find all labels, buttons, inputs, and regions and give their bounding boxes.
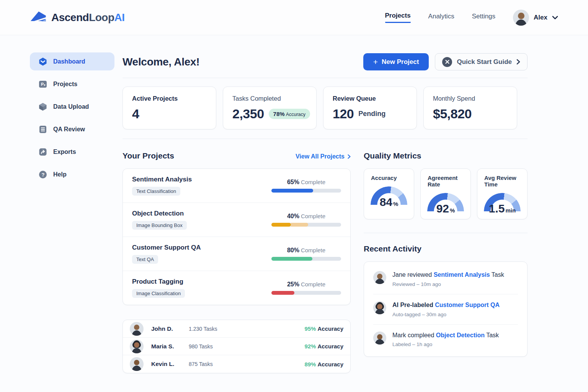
divider (122, 139, 528, 139)
annotator-accuracy: 95%Accuracy (304, 325, 343, 332)
avatar (130, 322, 144, 336)
gauge-card-agreement-rate: Agreement Rate 92% (420, 168, 471, 219)
activity-meta: Auto-tagged – 30m ago (392, 312, 500, 317)
project-type-tag: Image Bounding Box (132, 221, 187, 230)
gauge-label: Agreement Rate (426, 175, 465, 188)
export-icon (38, 147, 47, 157)
chevron-down-icon (552, 16, 558, 20)
leaderboard-row[interactable]: Maria S. 980 Tasks 92%Accuracy (123, 338, 350, 355)
progress-label: 25%Complete (271, 281, 341, 288)
new-project-button[interactable]: + New Project (363, 53, 429, 70)
cube-icon (38, 102, 47, 111)
chevron-right-icon (348, 154, 351, 159)
avatar (130, 357, 144, 371)
annotator-tasks: 875 Tasks (189, 361, 213, 367)
progress-label: 40%Complete (271, 213, 341, 220)
project-link[interactable]: Sentiment Analysis (434, 271, 490, 278)
help-icon: ? (38, 170, 47, 179)
activity-item[interactable]: Mark compleed Object Detection Task Labe… (373, 325, 518, 354)
stat-card-review-queue: Review Queue 120 Pending (323, 87, 417, 129)
sidebar-item-label: Dashboard (53, 58, 85, 65)
brand-logo-icon (30, 11, 47, 24)
sidebar-item-projects[interactable]: P Projects (30, 75, 114, 93)
sidebar-item-dashboard[interactable]: Dashboard (30, 52, 114, 70)
activity-meta: Labeled – 1h ago (392, 341, 499, 347)
project-type-tag: Image Classification (132, 289, 185, 298)
activity-text: Mark compleed Object Detection Task (392, 332, 499, 340)
projects-list-card: Sentiment Analysis Text Classification 6… (122, 168, 351, 305)
project-link[interactable]: Object Detection (436, 332, 485, 338)
gauge-label: Accuracy (369, 175, 408, 181)
main-content: Welcome, Alex! + New Project Quick Start… (122, 35, 528, 373)
annotator-tasks: 1.230 Tasks (189, 326, 217, 332)
avg-review-time-gauge: 1.5min (484, 193, 521, 212)
project-row-product-tagging[interactable]: Product Tagging Image Classification 25%… (123, 271, 350, 305)
divider (122, 78, 528, 78)
stat-card-monthly-spend: Monthly Spend $5,820 (423, 87, 517, 129)
project-type-tag: Text Classification (132, 187, 180, 196)
sidebar: Dashboard P Projects Data Upload QA Revi… (0, 35, 122, 373)
stat-label: Monthly Spend (433, 95, 508, 102)
leaderboard-row[interactable]: Kevin L. 875 Tasks 89%Accuracy (123, 355, 350, 373)
nav-tab-settings[interactable]: Settings (472, 13, 495, 23)
annotator-accuracy: 92%Accuracy (304, 343, 343, 350)
nav-tab-analytics[interactable]: Analytics (428, 13, 454, 23)
project-row-object-detection[interactable]: Object Detection Image Bounding Box 40%C… (123, 203, 350, 237)
annotator-name: Maria S. (151, 343, 181, 350)
sidebar-item-data-upload[interactable]: Data Upload (30, 98, 114, 116)
progress-bar (271, 257, 341, 261)
stat-value: 2,350 (232, 106, 264, 121)
chevron-right-icon (516, 59, 520, 65)
avatar (373, 332, 386, 345)
stat-card-tasks-completed: Tasks Completed 2,350 78%Accuracy (223, 87, 317, 129)
leaderboard-row[interactable]: John D. 1.230 Tasks 95%Accuracy (123, 320, 350, 338)
brand-name: AscendLoopAI (51, 11, 125, 24)
stat-suffix: Pending (358, 110, 385, 118)
project-name: Object Detection (132, 210, 187, 217)
top-navigation-bar: AscendLoopAI Projects Analytics Settings… (0, 0, 588, 35)
progress-bar (271, 223, 341, 227)
user-menu[interactable]: Alex (513, 10, 558, 26)
activity-text: Jane reviewed Sentiment Analysis Task (392, 271, 504, 279)
stat-value: 4 (132, 106, 139, 121)
project-type-tag: Text QA (132, 255, 158, 264)
nav-tab-projects[interactable]: Projects (385, 12, 411, 23)
user-name: Alex (534, 14, 547, 21)
annotator-name: John D. (151, 325, 181, 332)
project-link[interactable]: Customer Support QA (435, 302, 500, 308)
sidebar-item-qa-review[interactable]: QA Review (30, 120, 114, 138)
recent-activity-title: Recent Activity (364, 244, 421, 253)
activity-text: AI Pre-labeled Customer Support QA (392, 301, 500, 309)
svg-text:?: ? (41, 172, 44, 177)
stat-label: Tasks Completed (232, 95, 307, 102)
stat-card-active-projects: Active Projects 4 (122, 87, 216, 129)
sidebar-item-exports[interactable]: Exports (30, 143, 114, 161)
sidebar-item-label: Data Upload (53, 103, 89, 110)
annotator-tasks: 980 Tasks (189, 343, 213, 350)
quick-start-guide-button[interactable]: Quick Start Guide (435, 53, 528, 70)
brand-logo[interactable]: AscendLoopAI (30, 11, 125, 24)
your-projects-title: Your Projects (122, 151, 174, 160)
divider (364, 233, 528, 233)
project-name: Product Tagging (132, 278, 185, 286)
sidebar-item-label: Projects (53, 81, 77, 88)
view-all-projects-link[interactable]: View All Projects (296, 153, 351, 160)
activity-meta: Reviewed – 10m ago (392, 281, 504, 287)
accuracy-badge: 78%Accuracy (269, 109, 310, 119)
stat-label: Active Projects (132, 95, 207, 102)
gauge-card-avg-review-time: Avg Review Time 1.5min (477, 168, 528, 219)
quality-metrics-title: Quality Metrics (364, 151, 421, 160)
avatar (373, 271, 386, 284)
gauge-label: Avg Review Time (483, 175, 522, 188)
activity-item[interactable]: AI Pre-labeled Customer Support QA Auto-… (373, 294, 518, 325)
project-row-customer-support-qa[interactable]: Customer Support QA Text QA 80%Complete (123, 237, 350, 271)
svg-text:P: P (41, 82, 44, 87)
document-icon (38, 125, 47, 134)
progress-bar (271, 291, 341, 295)
sidebar-item-help[interactable]: ? Help (30, 165, 114, 183)
user-avatar (513, 10, 529, 26)
sidebar-item-label: Exports (53, 149, 76, 155)
project-row-sentiment-analysis[interactable]: Sentiment Analysis Text Classification 6… (123, 169, 350, 203)
activity-item[interactable]: Jane reviewed Sentiment Analysis Task Re… (373, 264, 518, 294)
project-name: Sentiment Analysis (132, 176, 192, 183)
